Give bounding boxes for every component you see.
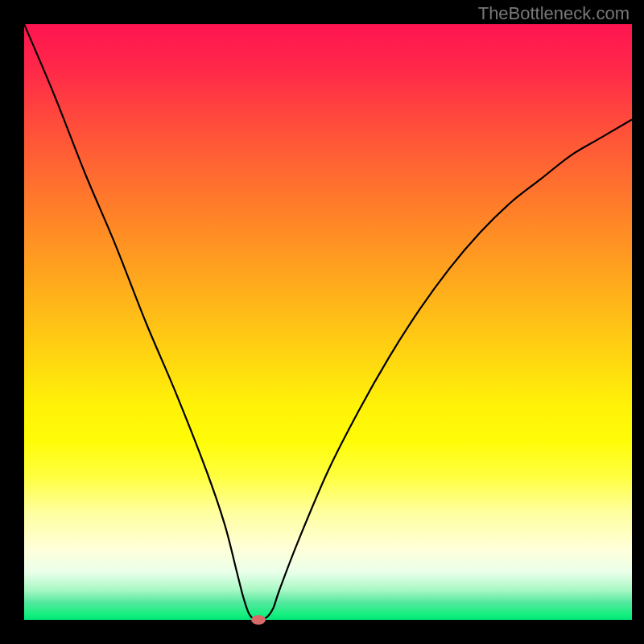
bottleneck-curve [24, 24, 632, 620]
optimal-point-marker [251, 615, 266, 625]
chart-curve-layer [24, 24, 632, 620]
watermark-text: TheBottleneck.com [478, 3, 630, 24]
chart-plot-area [24, 24, 632, 620]
